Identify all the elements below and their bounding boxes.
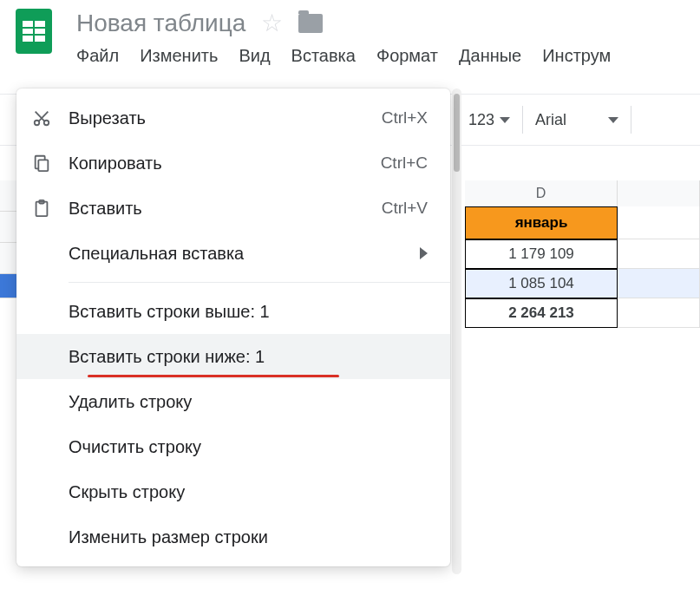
menu-item-hide-row[interactable]: Скрыть строку	[16, 469, 450, 514]
number-format-button[interactable]: 123	[468, 111, 510, 129]
menu-file[interactable]: Файл	[76, 46, 119, 66]
menu-label: Изменить размер строки	[69, 527, 428, 547]
menu-label: Специальная вставка	[69, 244, 420, 264]
sheets-logo	[16, 9, 52, 54]
menu-item-clear-row[interactable]: Очистить строку	[16, 424, 450, 469]
cell[interactable]	[618, 239, 700, 269]
svg-point-1	[44, 121, 49, 126]
paste-icon	[32, 199, 69, 218]
menu-label: Копировать	[69, 154, 381, 173]
cell-data-total[interactable]: 2 264 213	[465, 298, 618, 328]
folder-icon[interactable]	[298, 14, 323, 33]
cell[interactable]	[618, 206, 700, 239]
menu-tools[interactable]: Инструм	[542, 46, 611, 66]
toolbar-divider	[522, 106, 523, 134]
cell-data[interactable]: 1 179 109	[465, 239, 618, 269]
menu-label: Удалить строку	[69, 392, 428, 412]
menu-divider	[69, 282, 450, 283]
menu-data[interactable]: Данные	[459, 46, 521, 66]
chevron-right-icon	[420, 247, 428, 259]
menu-shortcut: Ctrl+C	[381, 154, 428, 173]
cell-data[interactable]: 1 085 104	[465, 269, 618, 298]
menu-insert[interactable]: Вставка	[291, 46, 356, 66]
menu-item-delete-row[interactable]: Удалить строку	[16, 379, 450, 424]
menu-label: Вставить строки выше: 1	[69, 302, 428, 322]
annotation-underline	[88, 375, 339, 377]
menu-item-copy[interactable]: Копировать Ctrl+C	[16, 141, 450, 186]
svg-rect-2	[38, 160, 48, 171]
copy-icon	[32, 154, 69, 173]
chevron-down-icon	[608, 117, 618, 123]
chevron-down-icon	[500, 117, 510, 123]
menu-item-cut[interactable]: Вырезать Ctrl+X	[16, 95, 450, 141]
context-menu-scrollbar[interactable]	[452, 88, 461, 574]
menu-shortcut: Ctrl+V	[382, 199, 428, 218]
menu-label: Вставить строки ниже: 1	[69, 347, 428, 367]
cell-header-month[interactable]: январь	[465, 206, 618, 239]
column-header[interactable]	[618, 180, 700, 206]
scrollbar-thumb[interactable]	[454, 94, 460, 172]
menu-item-paste[interactable]: Вставить Ctrl+V	[16, 186, 450, 231]
menu-format[interactable]: Формат	[376, 46, 438, 66]
menu-view[interactable]: Вид	[239, 46, 270, 66]
app-header: Новая таблица ☆ Файл Изменить Вид Вставк…	[0, 0, 700, 66]
menu-label: Вырезать	[69, 108, 382, 128]
cell[interactable]	[618, 269, 700, 298]
menu-edit[interactable]: Изменить	[140, 46, 218, 66]
context-menu: Вырезать Ctrl+X Копировать Ctrl+C Встави…	[16, 88, 450, 566]
menu-item-insert-above[interactable]: Вставить строки выше: 1	[16, 289, 450, 334]
svg-point-0	[35, 121, 40, 126]
menu-item-resize-row[interactable]: Изменить размер строки	[16, 514, 450, 560]
menu-label: Вставить	[69, 199, 382, 219]
menu-label: Очистить строку	[69, 437, 428, 457]
toolbar-divider	[631, 106, 631, 134]
menu-item-paste-special[interactable]: Специальная вставка	[16, 231, 450, 276]
menubar: Файл Изменить Вид Вставка Формат Данные …	[76, 46, 700, 66]
column-header-d[interactable]: D	[465, 180, 618, 206]
menu-label: Скрыть строку	[69, 482, 428, 502]
document-title[interactable]: Новая таблица	[76, 10, 245, 37]
menu-shortcut: Ctrl+X	[382, 108, 428, 128]
menu-item-insert-below[interactable]: Вставить строки ниже: 1	[16, 334, 450, 379]
star-icon[interactable]: ☆	[261, 9, 283, 37]
cut-icon	[32, 108, 69, 128]
cell[interactable]	[618, 298, 700, 328]
font-picker[interactable]: Arial	[535, 111, 618, 129]
